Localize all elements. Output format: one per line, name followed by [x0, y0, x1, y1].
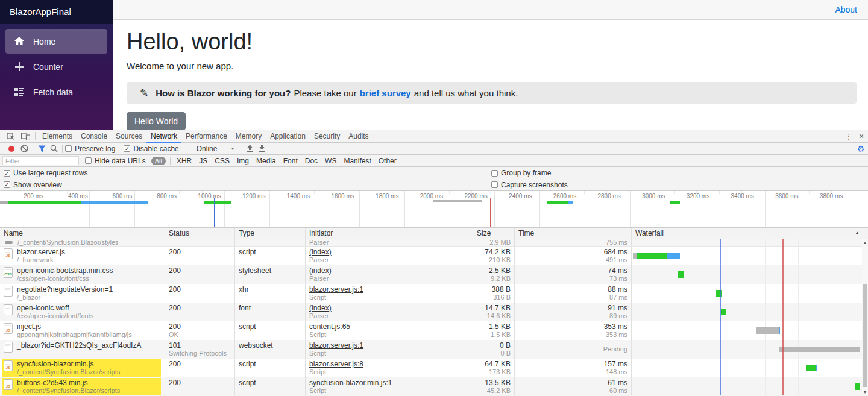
request-name: _blazor?id=GKTH22sQIs_axcFl4odIzA: [17, 341, 141, 350]
initiator-link[interactable]: blazor.server.js:1: [309, 285, 469, 294]
survey-link[interactable]: brief survey: [360, 88, 411, 98]
table-row[interactable]: JS blazor.server.js/_framework 200 scrip…: [0, 247, 868, 265]
status-text: OK: [169, 331, 231, 339]
initiator-link[interactable]: (index): [309, 266, 469, 275]
filter-other[interactable]: Other: [375, 157, 400, 165]
vertical-scrollbar[interactable]: ▲ ▼: [862, 239, 868, 395]
column-header-initiator[interactable]: Initiator: [306, 228, 473, 239]
clear-icon[interactable]: [18, 144, 30, 154]
tab-security[interactable]: Security: [310, 130, 344, 143]
column-header-time[interactable]: Time: [515, 228, 632, 239]
waterfall-bar: [721, 309, 726, 315]
filter-media[interactable]: Media: [253, 157, 280, 165]
initiator-link[interactable]: content.js:65: [309, 322, 469, 331]
close-devtools-icon[interactable]: ×: [855, 131, 868, 141]
table-row[interactable]: JS inject.jsgppongmhjkpfnbhagpmjfkannfbl…: [0, 321, 868, 340]
search-icon[interactable]: [48, 144, 60, 154]
initiator-kind: Script: [309, 331, 469, 339]
use-large-request-rows-checkbox[interactable]: ✓: [4, 170, 10, 177]
tab-application[interactable]: Application: [266, 130, 310, 143]
size-primary: 13.5 KB: [477, 379, 511, 387]
check-mark: ✓: [125, 145, 130, 152]
scrollbar-thumb[interactable]: [863, 284, 867, 387]
table-row-clipped[interactable]: /_content/Syncfusion.Blazor/styles Parse…: [0, 239, 868, 247]
throttling-select[interactable]: Online ▼: [197, 145, 235, 153]
filter-all[interactable]: All: [151, 157, 166, 165]
request-path: /_framework: [17, 256, 65, 264]
tab-performance[interactable]: Performance: [181, 130, 231, 143]
load-event-line: [782, 239, 784, 395]
tab-console[interactable]: Console: [77, 130, 112, 143]
filter-manifest[interactable]: Manifest: [340, 157, 374, 165]
tab-network[interactable]: Network: [146, 130, 181, 143]
table-row[interactable]: _blazor?id=GKTH22sQIs_axcFl4odIzA 101Swi…: [0, 340, 868, 359]
column-header-status[interactable]: Status: [165, 228, 235, 239]
table-row[interactable]: negotiate?negotiateVersion=1/_blazor 200…: [0, 284, 868, 303]
tab-memory[interactable]: Memory: [231, 130, 266, 143]
capture-screenshots-checkbox[interactable]: [491, 181, 498, 188]
request-path: /_content/Syncfusion.Blazor/scripts: [17, 387, 120, 395]
initiator-link[interactable]: blazor.server.js:1: [309, 341, 469, 350]
divider: [190, 145, 190, 153]
scroll-down-icon[interactable]: ▼: [862, 389, 868, 395]
table-row[interactable]: CSS open-iconic-bootstrap.min.css/css/op…: [0, 265, 868, 284]
group-by-frame-checkbox[interactable]: [491, 170, 498, 177]
show-overview-checkbox[interactable]: ✓: [4, 181, 10, 188]
device-toolbar-icon[interactable]: [18, 131, 33, 142]
sidebar-item-counter[interactable]: Counter: [5, 54, 107, 79]
column-header-type[interactable]: Type: [235, 228, 306, 239]
column-header-waterfall[interactable]: Waterfall ▲: [632, 228, 868, 239]
scroll-up-icon[interactable]: ▲: [862, 239, 868, 245]
about-link[interactable]: About: [835, 5, 857, 14]
initiator-link[interactable]: (index): [309, 304, 469, 312]
preserve-log-checkbox[interactable]: [65, 145, 72, 152]
time-secondary: 755 ms: [518, 239, 627, 246]
inspect-element-icon[interactable]: [4, 131, 18, 142]
initiator-kind: Script: [309, 387, 469, 395]
waterfall-cell: [632, 265, 868, 284]
tab-sources[interactable]: Sources: [112, 130, 146, 143]
table-row-highlighted[interactable]: JS syncfusion-blazor.min.js/_content/Syn…: [0, 359, 868, 377]
filter-css[interactable]: CSS: [211, 157, 233, 165]
column-header-size[interactable]: Size: [473, 228, 515, 239]
waterfall-cell: [632, 377, 868, 396]
table-row[interactable]: open-iconic.woff/css/open-iconic/font/fo…: [0, 303, 868, 321]
filter-input[interactable]: [2, 156, 79, 165]
initiator-link[interactable]: syncfusion-blazor.min.js:1: [309, 379, 469, 387]
initiator-kind: Parser: [309, 256, 469, 264]
table-row-highlighted[interactable]: JS buttons-c2d543.min.js/_content/Syncfu…: [0, 377, 868, 396]
tab-audits[interactable]: Audits: [344, 130, 373, 143]
page-title: Hello, world!: [127, 29, 857, 55]
filter-doc[interactable]: Doc: [301, 157, 321, 165]
request-path: /_content/Syncfusion.Blazor/scripts: [17, 368, 120, 376]
more-options-icon[interactable]: ⋮: [843, 132, 855, 141]
record-network-log-icon[interactable]: [8, 146, 14, 152]
filter-icon[interactable]: [36, 144, 48, 154]
filter-js[interactable]: JS: [195, 157, 211, 165]
initiator-link[interactable]: (index): [309, 248, 469, 256]
disable-cache-checkbox[interactable]: ✓: [124, 145, 130, 152]
settings-gear-icon[interactable]: ⚙: [854, 144, 868, 154]
import-har-icon[interactable]: [244, 144, 256, 154]
sidebar-item-label: Home: [33, 37, 55, 46]
tab-elements[interactable]: Elements: [38, 130, 77, 143]
filter-font[interactable]: Font: [280, 157, 301, 165]
file-icon: [4, 286, 13, 297]
column-header-name[interactable]: Name: [0, 228, 165, 239]
waterfall-cell: [632, 340, 868, 359]
pencil-icon: ✎: [140, 87, 148, 99]
show-overview-label: Show overview: [13, 181, 62, 189]
export-har-icon[interactable]: [256, 144, 268, 154]
filter-ws[interactable]: WS: [321, 157, 340, 165]
hello-world-button[interactable]: Hello World: [127, 112, 186, 130]
sidebar-item-fetch-data[interactable]: Fetch data: [5, 80, 107, 104]
initiator-link[interactable]: blazor.server.js:8: [309, 360, 469, 368]
time-secondary: 73 ms: [518, 275, 627, 283]
main-content: Hello, world! Welcome to your new app. ✎…: [113, 20, 868, 130]
filter-xhr[interactable]: XHR: [173, 157, 195, 165]
hide-data-urls-checkbox[interactable]: [85, 157, 92, 164]
sidebar-item-home[interactable]: Home: [5, 29, 107, 54]
preserve-log-label: Preserve log: [75, 145, 115, 153]
network-overview[interactable]: 200 ms400 ms600 ms800 ms1000 ms1200 ms14…: [0, 191, 868, 228]
filter-img[interactable]: Img: [233, 157, 253, 165]
